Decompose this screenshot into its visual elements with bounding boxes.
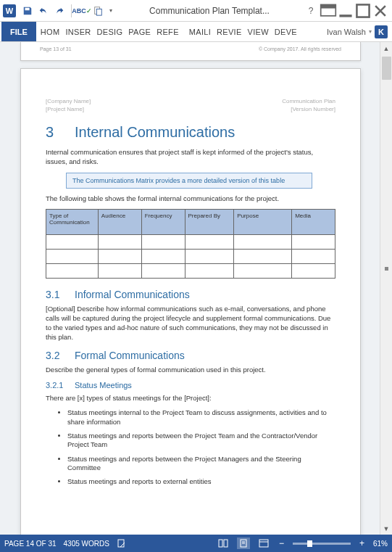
header-project: [Project Name] xyxy=(46,106,84,112)
heading-1-number: 3 xyxy=(46,124,75,141)
heading-3[interactable]: 3.2.1Status Meetings xyxy=(46,381,335,390)
header-company: [Company Name] xyxy=(46,98,91,104)
status-proofing-icon[interactable] xyxy=(117,538,127,548)
tab-page-layout[interactable]: PAGE xyxy=(125,22,154,41)
svg-rect-12 xyxy=(259,540,268,547)
close-button[interactable] xyxy=(372,2,389,20)
table-row[interactable] xyxy=(46,264,335,279)
table-row[interactable] xyxy=(46,235,335,250)
undo-button[interactable] xyxy=(36,4,51,18)
header-plan-title: Communication Plan xyxy=(282,98,335,104)
heading-3-number: 3.2.1 xyxy=(46,381,75,390)
zoom-slider-handle[interactable] xyxy=(307,540,312,547)
web-layout-button[interactable] xyxy=(257,537,270,549)
section-32-paragraph[interactable]: Describe the general types of formal com… xyxy=(46,366,335,375)
table-header-cell[interactable]: Audience xyxy=(98,210,141,235)
header-version: [Version Number] xyxy=(291,106,335,112)
document-area[interactable]: Page 13 of 31 © Company 2017. All rights… xyxy=(0,42,392,535)
word-app-icon: W xyxy=(3,4,16,17)
table-header-cell[interactable]: Media xyxy=(292,210,335,235)
svg-rect-3 xyxy=(321,4,336,8)
zoom-out-button[interactable]: − xyxy=(278,538,285,548)
spellcheck-button[interactable]: ABC✓ xyxy=(75,4,89,18)
minimize-button[interactable] xyxy=(337,2,354,20)
title-bar: W ABC✓ ▾ Communication Plan Templat... ? xyxy=(0,0,392,22)
ribbon-display-options-button[interactable] xyxy=(320,2,337,20)
heading-2[interactable]: 3.1Informal Communications xyxy=(46,289,335,300)
status-word-count[interactable]: 4305 WORDS xyxy=(64,540,109,548)
list-item[interactable]: Status meetings and reports to external … xyxy=(67,477,335,486)
svg-rect-7 xyxy=(219,540,222,547)
callout-box[interactable]: The Communications Matrix provides a mor… xyxy=(66,173,312,189)
print-layout-button[interactable] xyxy=(237,537,250,549)
status-bar: PAGE 14 OF 31 4305 WORDS − + 61% xyxy=(0,535,392,552)
account-avatar[interactable]: K xyxy=(375,25,388,38)
document-page[interactable]: [Company Name] Communication Plan [Proje… xyxy=(20,68,361,535)
list-item[interactable]: Status meetings internal to the Project … xyxy=(67,408,335,427)
tab-references[interactable]: REFE xyxy=(154,22,182,41)
table-intro-paragraph[interactable]: The following table shows the formal int… xyxy=(46,194,335,204)
tab-developer[interactable]: DEVE xyxy=(272,22,300,41)
tab-review[interactable]: REVIE xyxy=(214,22,245,41)
table-row[interactable] xyxy=(46,250,335,264)
table-header-cell[interactable]: Prepared By xyxy=(185,210,234,235)
document-title: Communication Plan Templat... xyxy=(117,6,302,16)
heading-2-number: 3.1 xyxy=(46,289,75,300)
scroll-down-button[interactable]: ▼ xyxy=(380,522,392,535)
table-header-cell[interactable]: Purpose xyxy=(234,210,292,235)
intro-paragraph[interactable]: Internal communication ensures that proj… xyxy=(46,148,335,167)
paste-options-button[interactable] xyxy=(91,4,105,18)
svg-rect-8 xyxy=(224,540,228,547)
prev-page-footer-left: Page 13 of 31 xyxy=(40,46,72,52)
vertical-scrollbar[interactable]: ▲ ▼ xyxy=(380,42,392,535)
scroll-thumb[interactable] xyxy=(382,57,391,80)
tab-mailings[interactable]: MAILI xyxy=(186,22,214,41)
qat-customize-button[interactable]: ▾ xyxy=(107,4,115,18)
table-header-row: Type of Communication Audience Frequency… xyxy=(46,210,335,235)
account-name[interactable]: Ivan Walsh xyxy=(327,28,366,36)
section-31-paragraph[interactable]: [Optional] Describe how informal communi… xyxy=(46,305,335,342)
prev-page-footer-right: © Company 2017. All rights reserved xyxy=(259,46,341,52)
heading-2[interactable]: 3.2Formal Communications xyxy=(46,350,335,361)
previous-page-bottom: Page 13 of 31 © Company 2017. All rights… xyxy=(20,42,361,61)
zoom-in-button[interactable]: + xyxy=(358,538,366,548)
ribbon-tabs: FILE HOM INSER DESIG PAGE REFE MAILI REV… xyxy=(0,22,392,42)
list-item[interactable]: Status meetings and reports between the … xyxy=(67,432,335,450)
section-321-paragraph[interactable]: There are [x] types of status meetings f… xyxy=(46,394,335,403)
redo-button[interactable] xyxy=(52,4,67,18)
scroll-marker[interactable] xyxy=(385,267,388,271)
read-mode-button[interactable] xyxy=(217,537,230,549)
heading-2-number: 3.2 xyxy=(46,350,75,361)
heading-3-text: Status Meetings xyxy=(75,381,132,390)
save-button[interactable] xyxy=(20,4,35,18)
heading-2-text: Informal Communications xyxy=(75,289,190,300)
svg-rect-1 xyxy=(96,9,101,15)
maximize-button[interactable] xyxy=(354,2,372,20)
tab-insert[interactable]: INSER xyxy=(62,22,93,41)
tab-design[interactable]: DESIG xyxy=(94,22,126,41)
zoom-level[interactable]: 61% xyxy=(373,540,388,548)
svg-rect-4 xyxy=(339,15,351,17)
table-header-cell[interactable]: Frequency xyxy=(141,210,185,235)
help-button[interactable]: ? xyxy=(302,2,320,20)
list-item[interactable]: Status meetings and reports between the … xyxy=(67,455,335,473)
scroll-up-button[interactable]: ▲ xyxy=(380,42,392,54)
tab-home[interactable]: HOM xyxy=(38,22,63,41)
table-header-cell[interactable]: Type of Communication xyxy=(46,210,99,235)
communications-table[interactable]: Type of Communication Audience Frequency… xyxy=(46,209,335,279)
svg-rect-5 xyxy=(356,4,369,17)
heading-1[interactable]: 3Internal Communications xyxy=(46,124,335,141)
tab-view[interactable]: VIEW xyxy=(245,22,272,41)
file-tab[interactable]: FILE xyxy=(1,22,36,41)
zoom-slider[interactable] xyxy=(293,543,351,545)
bullet-list[interactable]: Status meetings internal to the Project … xyxy=(46,408,335,486)
heading-1-text: Internal Communications xyxy=(75,124,235,140)
status-page[interactable]: PAGE 14 OF 31 xyxy=(4,540,57,548)
heading-2-text: Formal Communications xyxy=(75,350,185,361)
